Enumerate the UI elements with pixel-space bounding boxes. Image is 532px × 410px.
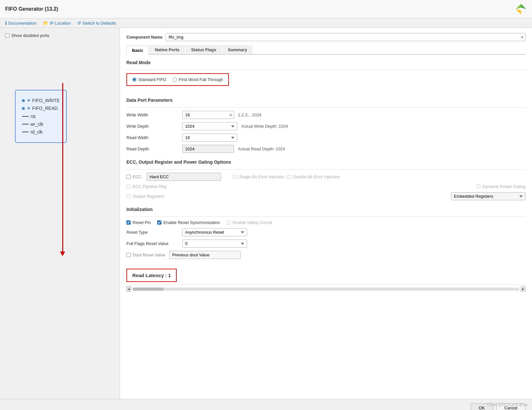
component-name-input[interactable] [166,33,526,41]
radio-standard-fifo-label: Standard FIFO [138,77,166,82]
read-depth-hint: Actual Read Depth: 1024 [238,146,285,151]
single-bit-checkbox[interactable] [233,175,237,179]
output-reg-checkbox[interactable] [126,194,131,198]
signal-label-wr-clk: wr_clk [30,122,43,127]
ecc-pipeline-checkbox[interactable] [126,184,131,189]
scroll-thumb [133,287,163,291]
documentation-link[interactable]: ℹ Documentation [5,20,36,26]
hard-ecc-select[interactable]: Hard ECC [147,173,221,181]
ecc-title: ECC, Output Register and Power Gating Op… [126,159,526,166]
component-name-label: Component Name [126,35,162,40]
documentation-label: Documentation [8,21,36,26]
port-label-fifo-read: FIFO_READ [32,106,58,111]
ecc-error-options: Single Bit Error Injection Double Bit Er… [233,174,340,179]
right-panel: Component Name ✕ Basic Native Ports Stat… [120,28,532,399]
data-port-title: Data Port Parameters [126,98,526,104]
component-diagram: + FIFO_WRITE + FIFO_READ rst wr_clk [15,90,67,143]
read-depth-label: Read Depth [126,146,178,151]
single-bit-label-text: Single Bit Error Injection [239,174,284,179]
ecc-checkbox[interactable] [126,175,131,179]
full-flags-row: Full Flags Reset Value 0 [126,240,526,248]
location-icon: 📁 [43,20,48,26]
read-width-select[interactable]: 18 [182,134,237,142]
reset-type-label: Reset Type [126,230,178,235]
app-title: FIFO Generator (13.2) [5,6,58,12]
read-mode-section: Read Mode Standard FIFO First Word Fall … [126,60,526,91]
show-disabled-ports-checkbox[interactable] [5,33,9,38]
scroll-track[interactable] [133,287,519,291]
write-depth-row: Write Depth 1024 Actual Write Depth: 102… [126,122,526,130]
tab-basic[interactable]: Basic [126,46,149,55]
component-name-clear-button[interactable]: ✕ [520,35,524,40]
tab-summary[interactable]: Summary [222,45,253,54]
write-width-input[interactable] [182,111,234,119]
ip-location-link[interactable]: 📁 IP Location [43,20,71,26]
radio-standard-fifo-input[interactable] [132,77,136,82]
reset-type-row: Reset Type Asynchronous Reset [126,228,526,236]
left-panel: Show disabled ports + FIFO_WRITE [0,28,120,399]
double-bit-checkbox[interactable] [287,175,291,179]
signal-label-rst: rst [30,114,36,119]
write-depth-hint: Actual Write Depth: 1024 [241,124,288,129]
write-depth-label: Write Depth [126,124,178,129]
scroll-left-button[interactable]: ◂ [126,286,131,292]
red-arrow [60,83,65,256]
dout-reset-input[interactable] [169,251,241,259]
embedded-reg-select[interactable]: Embedded Registers [451,192,526,200]
enable-reset-sync-label-text: Enable Reset Synchronization [163,220,220,225]
signal-dash-wr-clk [22,124,29,124]
info-icon: ℹ [5,20,7,26]
enable-reset-sync-checkbox[interactable] [157,220,161,225]
output-reg-label-text: Output Registers [133,194,164,199]
radio-standard-fifo: Standard FIFO [132,77,166,82]
signal-label-rd-clk: rd_clk [30,129,42,135]
switch-defaults-link[interactable]: ↺ Switch to Defaults [77,20,116,26]
ecc-checkbox-label: ECC [126,174,141,179]
read-depth-input[interactable] [182,145,234,153]
dynamic-power-label: Dynamic Power Gating [476,184,526,189]
write-width-hint: 1,2,3,...1024 [238,112,261,117]
expand-icon-read: + [27,105,30,111]
write-width-row: Write Width ✕ 1,2,3,...1024 [126,111,526,119]
radio-first-word-label: First Word Fall Through [179,77,223,82]
write-depth-select[interactable]: 1024 [182,122,237,130]
switch-defaults-label: Switch to Defaults [82,21,116,26]
write-width-label: Write Width [126,112,178,117]
write-width-clear-button[interactable]: ✕ [229,112,233,118]
full-flags-select[interactable]: 0 [182,240,247,248]
red-arrow-line [62,83,63,252]
read-latency-text: Read Latency : 1 [132,273,171,278]
enable-reset-sync-label: Enable Reset Synchronization [157,220,220,225]
tab-native-ports[interactable]: Native Ports [149,45,185,54]
ecc-label: ECC [133,174,141,179]
radio-first-word-input[interactable] [173,77,177,82]
ecc-section: ECC, Output Register and Power Gating Op… [126,159,526,200]
tab-status-flags[interactable]: Status Flags [186,45,222,54]
enable-safety-label: Enable Safety Circuit [227,220,272,225]
port-fifo-write: + FIFO_WRITE [22,98,60,103]
signal-dash-rd-clk [22,132,29,132]
single-bit-label: Single Bit Error Injection [233,174,284,179]
signal-wr-clk: wr_clk [22,122,60,127]
port-label-fifo-write: FIFO_WRITE [32,98,60,103]
read-width-row: Read Width 18 [126,134,526,142]
read-mode-options: Standard FIFO First Word Fall Through [126,73,229,86]
signal-dash-rst [22,116,29,117]
init-pins-row: Reset Pin Enable Reset Synchronization E… [126,220,526,225]
enable-safety-checkbox[interactable] [227,220,231,225]
svg-marker-2 [516,9,521,14]
read-mode-title: Read Mode [126,60,526,66]
dout-reset-row: Dout Reset Value [126,251,526,259]
reset-pin-checkbox[interactable] [126,220,131,225]
scroll-right-button[interactable]: ▸ [521,286,526,292]
enable-safety-label-text: Enable Safety Circuit [233,220,272,225]
refresh-icon: ↺ [77,20,81,26]
ecc-pipeline-label-text: ECC Pipeline Reg [133,184,167,189]
dout-reset-checkbox[interactable] [126,253,131,257]
signal-rst: rst [22,114,60,119]
read-depth-row: Read Depth Actual Read Depth: 1024 [126,145,526,153]
dynamic-power-checkbox[interactable] [476,184,480,189]
ip-location-label: IP Location [50,21,71,26]
reset-type-select[interactable]: Asynchronous Reset [182,228,247,236]
red-arrow-head [60,252,65,256]
